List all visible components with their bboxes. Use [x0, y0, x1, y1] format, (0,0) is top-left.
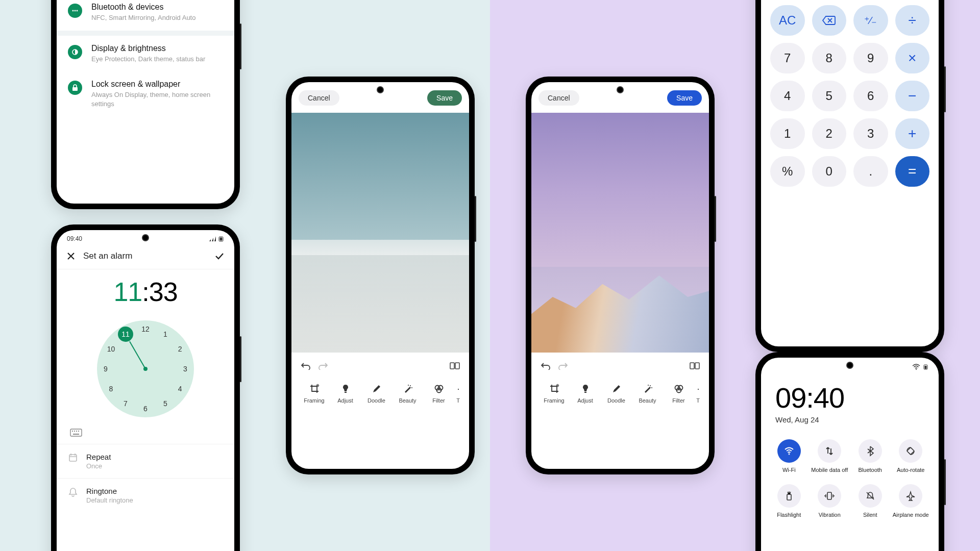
calc-key-0[interactable]: 0 — [812, 156, 847, 187]
redo-icon[interactable] — [558, 362, 568, 370]
clock-num-10[interactable]: 10 — [107, 345, 115, 353]
calc-key-5[interactable]: 5 — [812, 81, 847, 111]
tool-doodle[interactable]: Doodle — [362, 383, 391, 404]
keyboard-icon[interactable] — [57, 427, 234, 444]
calc-key-AC[interactable]: AC — [770, 5, 805, 36]
qs-tile-data[interactable]: Mobile data off — [811, 439, 849, 479]
calc-key-=[interactable]: = — [895, 156, 930, 187]
tool-adjust[interactable]: Adjust — [331, 383, 360, 404]
silent-icon — [859, 484, 882, 508]
qs-tile-wifi[interactable]: Wi-Fi — [770, 439, 808, 479]
calc-key-×[interactable]: × — [895, 43, 930, 73]
svg-rect-13 — [73, 434, 79, 435]
svg-rect-24 — [690, 363, 694, 369]
compare-icon[interactable] — [690, 362, 700, 370]
undo-icon[interactable] — [541, 362, 551, 370]
tool-framing[interactable]: Framing — [540, 383, 569, 404]
calc-key-.[interactable]: . — [853, 156, 888, 187]
svg-point-27 — [650, 385, 651, 386]
calc-key-+/-[interactable]: ⁺∕₋ — [853, 5, 888, 36]
clock-selected[interactable]: 11 — [118, 327, 133, 342]
clock-num-3[interactable]: 3 — [183, 365, 187, 373]
svg-rect-7 — [220, 238, 223, 241]
phone-quick-panel: 09:40 Wed, Aug 24 Wi-Fi Mobile data off … — [755, 352, 944, 551]
plane-icon — [899, 484, 922, 508]
clock-num-7[interactable]: 7 — [124, 399, 128, 408]
clock-num-8[interactable]: 8 — [109, 385, 113, 393]
alarm-option-0[interactable]: RepeatOnce — [57, 444, 234, 478]
qs-tile-plane[interactable]: Airplane mode — [892, 484, 930, 524]
clock-num-9[interactable]: 9 — [104, 365, 108, 373]
clock-picker[interactable]: 121234567891011 — [97, 320, 194, 417]
cancel-button[interactable]: Cancel — [538, 90, 579, 106]
svg-point-29 — [648, 385, 649, 386]
svg-point-28 — [651, 387, 652, 388]
settings-item-1[interactable]: Bluetooth & devices NFC, Smart Mirroring… — [57, 0, 234, 31]
qs-tile-flash[interactable]: Flashlight — [770, 484, 808, 524]
calc-key-⌫[interactable] — [812, 5, 847, 36]
settings-item-2[interactable]: Display & brightness Eye Protection, Dar… — [57, 36, 234, 72]
alarm-time-display[interactable]: 11:33 — [57, 269, 234, 316]
clock-num-2[interactable]: 2 — [178, 345, 182, 353]
tool-beauty[interactable]: Beauty — [633, 383, 662, 404]
calc-key-%[interactable]: % — [770, 156, 805, 187]
calc-key-2[interactable]: 2 — [812, 118, 847, 149]
repeat-icon — [68, 453, 78, 463]
calc-key-8[interactable]: 8 — [812, 43, 847, 73]
calc-key-3[interactable]: 3 — [853, 118, 888, 149]
clock-num-6[interactable]: 6 — [143, 405, 148, 413]
alarm-title: Set an alarm — [83, 251, 207, 261]
clock-num-1[interactable]: 1 — [163, 330, 167, 338]
svg-rect-26 — [584, 392, 586, 393]
compare-icon[interactable] — [450, 362, 460, 370]
cancel-button[interactable]: Cancel — [299, 90, 339, 106]
svg-rect-5 — [72, 87, 78, 91]
redo-icon[interactable] — [318, 362, 328, 370]
wand-icon — [394, 383, 422, 394]
clock-num-4[interactable]: 4 — [178, 385, 182, 393]
svg-rect-37 — [925, 366, 927, 369]
save-button[interactable]: Save — [667, 90, 702, 106]
save-button[interactable]: Save — [427, 90, 462, 106]
qs-tile-bt[interactable]: Bluetooth — [851, 439, 889, 479]
tool-filter[interactable]: Filter — [425, 383, 453, 404]
qs-tile-vib[interactable]: Vibration — [811, 484, 849, 524]
calc-key-9[interactable]: 9 — [853, 43, 888, 73]
tool-adjust[interactable]: Adjust — [571, 383, 600, 404]
svg-point-35 — [916, 369, 917, 370]
edit-canvas[interactable] — [531, 113, 709, 353]
calc-key-4[interactable]: 4 — [770, 81, 805, 111]
undo-icon[interactable] — [301, 362, 311, 370]
qs-tile-rotate[interactable]: Auto-rotate — [892, 439, 930, 479]
clock-num-12[interactable]: 12 — [141, 325, 150, 333]
confirm-icon[interactable] — [214, 251, 225, 262]
display-icon — [68, 45, 82, 59]
tool-filter[interactable]: Filter — [665, 383, 693, 404]
calc-key-6[interactable]: 6 — [853, 81, 888, 111]
tool-doodle[interactable]: Doodle — [602, 383, 631, 404]
alarm-option-1[interactable]: RingtoneDefault ringtone — [57, 478, 234, 512]
calc-key-÷[interactable]: ÷ — [895, 5, 930, 36]
svg-rect-8 — [70, 429, 82, 436]
edit-canvas[interactable] — [291, 113, 469, 353]
rotate-icon — [899, 439, 922, 463]
qs-tile-silent[interactable]: Silent — [851, 484, 889, 524]
lock-icon — [68, 81, 82, 95]
tool-beauty[interactable]: Beauty — [394, 383, 422, 404]
calc-key-−[interactable]: − — [895, 81, 930, 111]
calc-key-1[interactable]: 1 — [770, 118, 805, 149]
wand-icon — [633, 383, 662, 394]
svg-point-18 — [410, 385, 411, 386]
calc-key-7[interactable]: 7 — [770, 43, 805, 73]
svg-rect-11 — [76, 431, 77, 432]
qp-date: Wed, Aug 24 — [775, 415, 924, 424]
vib-icon — [818, 484, 841, 508]
clock-num-5[interactable]: 5 — [163, 399, 167, 408]
calc-key-+[interactable]: + — [895, 118, 930, 149]
phone-calculator: AC⁺∕₋÷789×456−123+%0.= — [755, 0, 944, 352]
tool-framing[interactable]: Framing — [300, 383, 329, 404]
settings-item-3[interactable]: Lock screen & wallpaper Always On Displa… — [57, 71, 234, 116]
svg-point-1 — [72, 10, 74, 12]
close-icon[interactable] — [66, 251, 76, 261]
svg-point-2 — [75, 10, 76, 12]
